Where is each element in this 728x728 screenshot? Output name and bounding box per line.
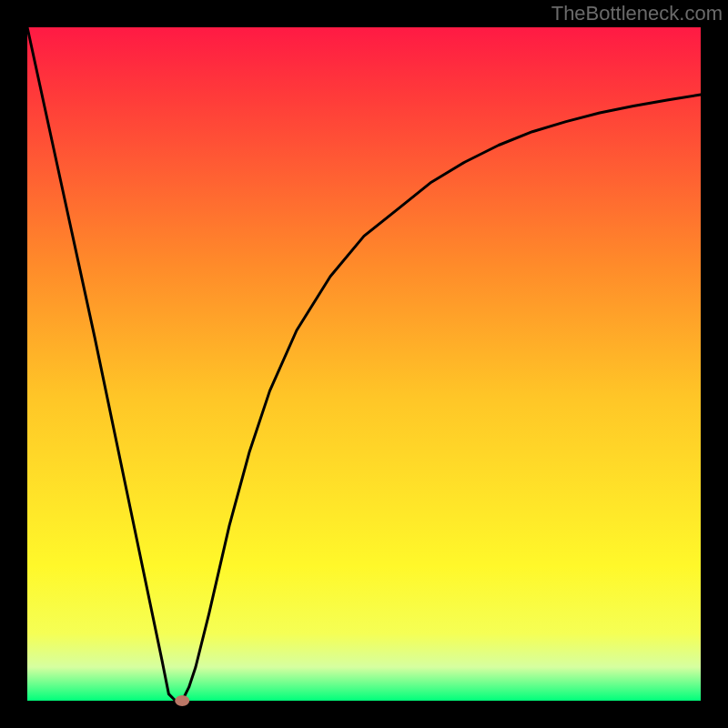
bottleneck-chart — [0, 0, 728, 728]
chart-background — [27, 27, 701, 701]
optimum-marker — [175, 695, 189, 706]
chart-frame: TheBottleneck.com — [0, 0, 728, 728]
watermark-text: TheBottleneck.com — [551, 2, 723, 25]
